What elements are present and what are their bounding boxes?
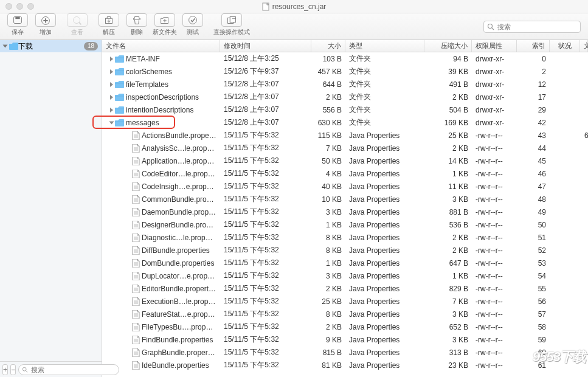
file-icon xyxy=(132,310,140,319)
file-row[interactable]: DiffBundle.properties15/11/5 下午5:328 KBJ… xyxy=(102,244,588,257)
cell-date: 15/11/5 下午5:32 xyxy=(220,271,311,281)
cell-type: Java Properties xyxy=(345,157,424,165)
file-row[interactable]: CodeInsigh…e.properties15/11/5 下午5:3240 … xyxy=(102,180,588,193)
file-name: inspectionDescriptions xyxy=(126,93,199,102)
folder-row[interactable]: intentionDescriptions15/12/8 上午3:07556 B… xyxy=(102,103,588,116)
cell-date: 15/11/5 下午5:32 xyxy=(220,245,311,255)
cell-permissions: -rw-r--r-- xyxy=(472,297,517,306)
file-row[interactable]: GraphBundle.properties15/11/5 下午5:32815 … xyxy=(102,346,588,359)
cell-size: 630 KB xyxy=(311,119,345,127)
cell-date: 15/12/8 上午3:07 xyxy=(220,79,311,89)
toolbar-增加-button[interactable]: 增加 xyxy=(32,13,60,40)
cell-size: 815 B xyxy=(311,348,345,357)
file-row[interactable]: CommonBundle.properties15/11/5 下午5:3210 … xyxy=(102,193,588,206)
toolbar-测试-button[interactable]: 测试 xyxy=(179,13,207,40)
sidebar-search-input[interactable] xyxy=(18,364,119,375)
cell-size: 2 KB xyxy=(311,285,345,293)
sidebar-add-button[interactable]: + xyxy=(2,364,8,375)
file-row[interactable]: ActionsBundle.properties15/11/5 下午5:3211… xyxy=(102,129,588,142)
cell-size: 3 KB xyxy=(311,208,345,216)
disclosure-icon[interactable] xyxy=(110,95,113,100)
file-row[interactable]: Application…le.properties15/11/5 下午5:325… xyxy=(102,154,588,167)
cell-type: 文件夹 xyxy=(345,79,424,89)
file-row[interactable]: FeatureStat…e.properties15/11/5 下午5:328 … xyxy=(102,308,588,320)
folder-icon xyxy=(115,119,124,126)
cell-permissions: -rw-r--r-- xyxy=(472,170,517,178)
file-name: DomBundle.properties xyxy=(142,259,214,268)
cell-compressed-size: 3 KB xyxy=(424,336,472,344)
search-input[interactable] xyxy=(483,21,581,33)
file-row[interactable]: IdeBundle.properties15/11/5 下午5:3281 KBJ… xyxy=(102,359,588,372)
folder-row[interactable]: inspectionDescriptions15/12/8 上午3:072 KB… xyxy=(102,91,588,103)
file-icon xyxy=(132,348,140,357)
cell-size: 10 KB xyxy=(311,195,345,204)
cell-permissions: drwxr-xr- xyxy=(472,93,517,102)
disclosure-icon[interactable] xyxy=(110,69,113,74)
folder-row[interactable]: colorSchemes15/12/6 下午9:37457 KB文件夹39 KB… xyxy=(102,65,588,78)
header-compressed-size[interactable]: 压缩大小 xyxy=(424,40,472,52)
cell-type: Java Properties xyxy=(345,195,424,204)
cell-type: Java Properties xyxy=(345,348,424,357)
sidebar-item-downloads[interactable]: 下载 18 xyxy=(0,40,102,52)
header-extra[interactable]: 文 xyxy=(580,40,588,52)
cell-date: 15/11/5 下午5:32 xyxy=(220,220,311,230)
toolbar-保存-button[interactable]: 保存 xyxy=(4,13,32,40)
header-type[interactable]: 类型 xyxy=(345,40,424,52)
file-row[interactable]: ExecutionB…le.properties15/11/5 下午5:3225… xyxy=(102,295,588,308)
file-icon xyxy=(132,259,140,268)
toolbar-删除-button[interactable]: 删除 xyxy=(123,13,151,40)
header-size[interactable]: 大小 xyxy=(311,40,345,52)
sidebar-remove-button[interactable]: − xyxy=(10,364,16,375)
file-row[interactable]: FindBundle.properties15/11/5 下午5:329 KBJ… xyxy=(102,333,588,346)
folder-row[interactable]: META-INF15/12/8 上午3:25103 B文件夹94 Bdrwxr-… xyxy=(102,52,588,65)
disclosure-icon[interactable] xyxy=(110,82,113,87)
file-row[interactable]: FileTypesBu….properties15/11/5 下午5:322 K… xyxy=(102,320,588,333)
cell-size: 8 KB xyxy=(311,310,345,319)
file-row[interactable]: DaemonBundle.properties15/11/5 下午5:323 K… xyxy=(102,206,588,218)
disclosure-icon[interactable] xyxy=(109,121,114,124)
titlebar: resources_cn.jar xyxy=(0,0,588,13)
file-icon xyxy=(132,323,140,331)
disclosure-icon xyxy=(3,45,8,48)
disclosure-icon[interactable] xyxy=(110,108,113,112)
cell-compressed-size: 7 KB xyxy=(424,297,472,306)
file-row[interactable]: Diagnostic…le.properties15/11/5 下午5:328 … xyxy=(102,231,588,244)
cell-type: 文件夹 xyxy=(345,117,424,128)
header-status[interactable]: 状况 xyxy=(550,40,580,52)
file-name: FindBundle.properties xyxy=(142,336,213,344)
cell-type: Java Properties xyxy=(345,285,424,293)
cell-size: 4 KB xyxy=(311,170,345,178)
cell-date: 15/11/5 下午5:32 xyxy=(220,168,311,179)
file-name: FeatureStat…e.properties xyxy=(142,310,216,319)
file-row[interactable]: EditorBundle.properties15/11/5 下午5:322 K… xyxy=(102,282,588,295)
file-row[interactable]: DupLocator…e.properties15/11/5 下午5:323 K… xyxy=(102,269,588,282)
disclosure-icon[interactable] xyxy=(110,57,113,61)
file-row[interactable]: DesignerBundle.properties15/11/5 下午5:321… xyxy=(102,218,588,231)
file-name: ActionsBundle.properties xyxy=(142,131,216,140)
cell-compressed-size: 2 KB xyxy=(424,233,472,242)
file-icon xyxy=(132,208,140,216)
file-row[interactable]: CodeEditor…le.properties15/11/5 下午5:324 … xyxy=(102,167,588,180)
svg-rect-13 xyxy=(230,17,235,22)
toolbar-新文件夹-button[interactable]: 新文件夹 xyxy=(151,13,179,40)
window-title: resources_cn.jar xyxy=(0,2,588,11)
cell-size: 7 KB xyxy=(311,144,345,153)
header-permissions[interactable]: 权限属性 xyxy=(472,40,517,52)
file-row[interactable]: AnalysisSc…le.properties15/11/5 下午5:327 … xyxy=(102,142,588,154)
toolbar-解压-button[interactable]: 解压 xyxy=(95,13,123,40)
folder-icon xyxy=(115,81,124,88)
folder-row[interactable]: messages15/12/8 上午3:07630 KB文件夹169 KBdrw… xyxy=(102,116,588,129)
header-date[interactable]: 修改时间 xyxy=(220,40,311,52)
folder-row[interactable]: fileTemplates15/12/8 上午3:07644 B文件夹491 B… xyxy=(102,78,588,91)
cell-type: 文件夹 xyxy=(345,54,424,64)
cell-date: 15/12/8 上午3:07 xyxy=(220,92,311,102)
cell-index: 51 xyxy=(517,233,550,242)
cell-date: 15/11/5 下午5:32 xyxy=(220,322,311,332)
document-icon xyxy=(262,2,269,11)
toolbar-直接操作模式-button[interactable]: 直接操作模式 xyxy=(210,13,253,40)
file-row[interactable]: DomBundle.properties15/11/5 下午5:321 KBJa… xyxy=(102,257,588,269)
header-index[interactable]: 索引 xyxy=(517,40,550,52)
cell-type: Java Properties xyxy=(345,246,424,255)
header-name[interactable]: 文件名 xyxy=(102,40,220,52)
cell-compressed-size: 39 KB xyxy=(424,67,472,76)
